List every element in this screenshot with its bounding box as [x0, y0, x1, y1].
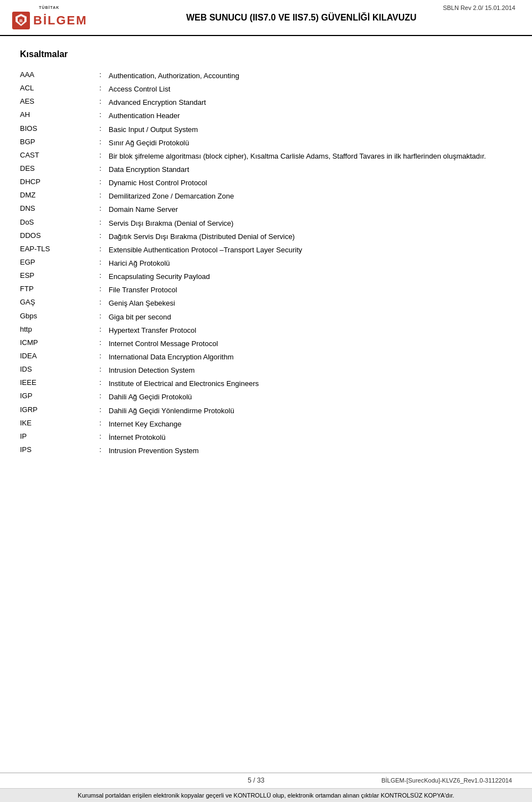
abbr-key: ACL: [20, 83, 92, 92]
page-number: 5 / 33: [131, 776, 381, 784]
abbr-value: Authentication Header: [109, 109, 512, 121]
abbr-value: Basic Input / Output System: [109, 123, 512, 135]
abbr-key: AAA: [20, 69, 92, 79]
abbr-key: FTP: [20, 283, 92, 293]
abbr-colon: :: [92, 163, 109, 172]
abbr-colon: :: [92, 364, 109, 373]
list-item: IDEA:International Data Encryption Algor…: [20, 351, 512, 363]
bilgem-text: BİLGEM: [33, 13, 88, 28]
list-item: AES:Advanced Encryption Standart: [20, 96, 512, 108]
abbr-value: Geniş Alan Şebekesi: [109, 297, 512, 309]
abbr-colon: :: [92, 257, 109, 266]
list-item: DES:Data Encryption Standart: [20, 163, 512, 175]
list-item: IGRP:Dahili Ağ Geçidi Yönlendirme Protok…: [20, 404, 512, 417]
list-item: IEEE:Institute of Electrical and Electro…: [20, 377, 512, 389]
abbr-colon: :: [92, 431, 109, 440]
abbr-key: DES: [20, 163, 92, 172]
abbr-key: IDS: [20, 364, 92, 373]
page-header: TÜBİTAK B BİLGEM WEB SUNUCU (IIS7.0 VE I…: [0, 0, 532, 36]
abbr-value: Dahili Ağ Geçidi Protokolü: [109, 390, 512, 403]
logo-area: TÜBİTAK B BİLGEM: [11, 6, 88, 31]
abbr-key: IPS: [20, 444, 92, 454]
list-item: GAŞ:Geniş Alan Şebekesi: [20, 297, 512, 309]
revision-label: SBLN Rev 2.0/ 15.01.2014: [443, 4, 515, 11]
abbr-value: Intrusion Detection System: [109, 364, 512, 376]
abbr-colon: :: [92, 109, 109, 119]
abbr-key: DNS: [20, 203, 92, 212]
bilgem-logo: B BİLGEM: [11, 11, 88, 31]
abbr-key: Gbps: [20, 311, 92, 320]
abbr-value: Advanced Encryption Standart: [109, 96, 512, 108]
abbr-key: GAŞ: [20, 297, 92, 306]
page-footer: 5 / 33 BİLGEM-[SurecKodu]-KLVZ6_Rev1.0-3…: [0, 773, 532, 784]
list-item: IPS:Intrusion Prevention System: [20, 444, 512, 456]
abbr-colon: :: [92, 444, 109, 454]
footer-code: BİLGEM-[SurecKodu]-KLVZ6_Rev1.0-31122014: [381, 777, 512, 784]
list-item: IGP:Dahili Ağ Geçidi Protokolü: [20, 390, 512, 403]
abbr-value: Demilitarized Zone / Demarcation Zone: [109, 190, 512, 202]
abbr-colon: :: [92, 123, 109, 133]
abbr-key: ICMP: [20, 337, 92, 347]
abbr-colon: :: [92, 96, 109, 105]
abbr-value: Institute of Electrical and Electronics …: [109, 377, 512, 389]
abbr-key: IKE: [20, 418, 92, 427]
list-item: FTP:File Transfer Protocol: [20, 283, 512, 296]
abbr-value: Encapsulating Security Payload: [109, 270, 512, 282]
list-item: AH:Authentication Header: [20, 109, 512, 121]
abbr-colon: :: [92, 337, 109, 347]
abbr-colon: :: [92, 243, 109, 253]
abbr-colon: :: [92, 217, 109, 226]
abbr-colon: :: [92, 390, 109, 400]
abbr-key: EGP: [20, 257, 92, 266]
abbr-value: Hypertext Transfer Protocol: [109, 324, 512, 336]
abbr-value: Servis Dışı Bırakma (Denial of Service): [109, 217, 512, 229]
abbr-value: Harici Ağ Protokolü: [109, 257, 512, 269]
list-item: http:Hypertext Transfer Protocol: [20, 324, 512, 336]
list-item: ACL:Access Control List: [20, 83, 512, 95]
abbr-key: BIOS: [20, 123, 92, 133]
list-item: DMZ:Demilitarized Zone / Demarcation Zon…: [20, 190, 512, 202]
list-item: ICMP:Internet Control Message Protocol: [20, 337, 512, 349]
abbr-colon: :: [92, 283, 109, 293]
list-item: BGP:Sınır Ağ Geçidi Protokolü: [20, 136, 512, 149]
abbr-colon: :: [92, 190, 109, 199]
abbr-value: Dynamic Host Control Protocol: [109, 176, 512, 189]
abbr-value: Sınır Ağ Geçidi Protokolü: [109, 136, 512, 149]
abbr-value: Dahili Ağ Geçidi Yönlendirme Protokolü: [109, 404, 512, 417]
abbr-colon: :: [92, 230, 109, 240]
svg-text:B: B: [19, 18, 23, 23]
abbr-colon: :: [92, 351, 109, 360]
list-item: DNS:Domain Name Server: [20, 203, 512, 215]
main-content: Kısaltmalar AAA:Authentication, Authoriz…: [0, 36, 532, 469]
abbr-key: IEEE: [20, 377, 92, 387]
abbr-colon: :: [92, 324, 109, 333]
abbr-key: DDOS: [20, 230, 92, 240]
list-item: EGP:Harici Ağ Protokolü: [20, 257, 512, 269]
abbr-key: EAP-TLS: [20, 243, 92, 253]
abbr-value: Internet Key Exchange: [109, 418, 512, 430]
abbr-colon: :: [92, 311, 109, 320]
list-item: DoS:Servis Dışı Bırakma (Denial of Servi…: [20, 217, 512, 229]
abbr-value: Intrusion Prevention System: [109, 444, 512, 456]
list-item: IKE:Internet Key Exchange: [20, 418, 512, 430]
abbr-key: AES: [20, 96, 92, 105]
section-title: Kısaltmalar: [20, 49, 512, 59]
abbr-value: File Transfer Protocol: [109, 283, 512, 296]
bottom-notice: Kurumsal portaldan erişilen elektronik k…: [0, 788, 532, 802]
abbr-value: Data Encryption Standart: [109, 163, 512, 175]
list-item: BIOS:Basic Input / Output System: [20, 123, 512, 135]
abbr-colon: :: [92, 270, 109, 280]
tubitak-label: TÜBİTAK: [39, 6, 59, 9]
abbr-value: Dağıtık Servis Dışı Bırakma (Distributed…: [109, 230, 512, 242]
list-item: CAST:Bir blok şifreleme algoritması (blo…: [20, 150, 512, 162]
abbr-value: Internet Control Message Protocol: [109, 337, 512, 349]
abbr-colon: :: [92, 203, 109, 212]
abbr-key: IP: [20, 431, 92, 440]
list-item: IDS:Intrusion Detection System: [20, 364, 512, 376]
abbr-key: DHCP: [20, 176, 92, 186]
abbr-key: IGRP: [20, 404, 92, 414]
abbr-value: Access Control List: [109, 83, 512, 95]
abbr-colon: :: [92, 176, 109, 186]
list-item: IP:İnternet Protokolü: [20, 431, 512, 443]
list-item: ESP:Encapsulating Security Payload: [20, 270, 512, 282]
